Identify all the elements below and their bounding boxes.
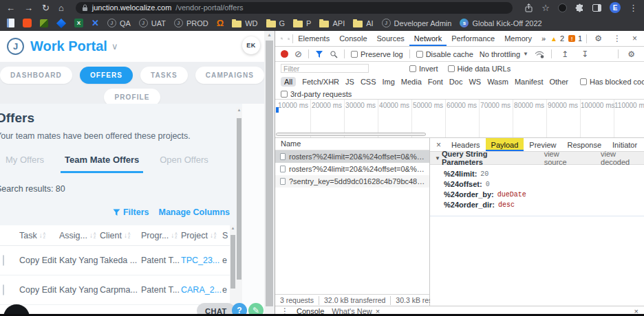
issues-badge[interactable]: !1	[568, 34, 582, 43]
blue-x-icon[interactable]: ✕	[92, 19, 99, 27]
bookmark-folder-ai[interactable]: AI	[353, 19, 373, 27]
devtools-menu-icon[interactable]: ⋮	[610, 34, 625, 43]
row-checkbox[interactable]	[3, 284, 4, 295]
checkbox-icon[interactable]	[448, 65, 455, 72]
throttling-select[interactable]: No throttling▼	[480, 50, 528, 58]
scroll-up-icon[interactable]: ▲	[236, 108, 242, 112]
view-decoded-link[interactable]: view decoded	[601, 150, 644, 166]
table-row[interactable]: Copy Edit Katy Yang Takeda ... Patent T.…	[0, 246, 242, 275]
orange-app-icon[interactable]	[23, 19, 32, 27]
scrollbar-thumb[interactable]	[266, 41, 273, 306]
bookmark-qa[interactable]: JQA	[107, 19, 131, 27]
checkbox-icon[interactable]	[351, 51, 358, 58]
chevron-down-icon[interactable]: ∨	[111, 41, 118, 52]
network-settings-gear-icon[interactable]: ⚙	[624, 50, 638, 58]
nav-dashboard[interactable]: DASHBOARD	[0, 67, 72, 84]
timeline-scrollbar[interactable]	[276, 133, 426, 136]
sort-icon[interactable]: ↓AZ	[39, 232, 45, 239]
disable-cache-checkbox[interactable]: Disable cache	[416, 50, 473, 58]
tab-open-offers[interactable]: Open Offers	[160, 155, 208, 173]
scrollbar-thumb[interactable]	[237, 118, 242, 280]
network-conditions-icon[interactable]	[535, 50, 545, 58]
bookmark-uat[interactable]: JUAT	[139, 19, 166, 27]
search-icon[interactable]	[330, 50, 338, 58]
nav-offers[interactable]: OFFERS	[80, 67, 133, 84]
chip-doc[interactable]: Doc	[449, 78, 463, 86]
record-icon[interactable]	[281, 50, 288, 58]
person-icon[interactable]: Ω	[217, 19, 224, 27]
warnings-badge[interactable]: ▲2	[550, 34, 564, 43]
excel-icon[interactable]: X	[74, 19, 83, 27]
sort-icon[interactable]: ↓AZ	[124, 232, 130, 239]
project-link[interactable]: TPC_23...	[181, 256, 222, 265]
back-icon[interactable]: ←	[6, 3, 15, 12]
extension-icon[interactable]	[558, 3, 567, 12]
checkbox-icon[interactable]	[580, 78, 587, 85]
document-icon[interactable]	[7, 19, 14, 27]
bookmark-folder-g[interactable]: G	[266, 19, 286, 27]
row-checkbox[interactable]	[3, 255, 4, 266]
manage-columns-link[interactable]: Manage Columns	[159, 207, 230, 217]
extensions-puzzle-icon[interactable]	[575, 3, 584, 12]
tab-my-offers[interactable]: My Offers	[6, 155, 44, 173]
chip-js[interactable]: JS	[345, 78, 354, 86]
chip-ws[interactable]: WS	[469, 78, 481, 86]
table-scrollbar[interactable]: ▲	[230, 225, 236, 315]
chip-manifest[interactable]: Manifest	[515, 78, 544, 86]
nav-campaigns[interactable]: CAMPAIGNS	[195, 67, 264, 84]
address-bar[interactable]: junction.welocalize.com/vendor-portal/of…	[76, 2, 513, 14]
bookmark-folder-p[interactable]: P	[293, 19, 311, 27]
tab-memory[interactable]: Memory	[500, 31, 537, 46]
close-detail-icon[interactable]: ×	[431, 140, 446, 150]
preserve-log-checkbox[interactable]: Preserve log	[351, 50, 403, 58]
profile-avatar[interactable]: E	[610, 2, 621, 13]
request-row[interactable]: ?sentry_key=5dd9dc01628c4b79bc48a3ac2e2f…	[275, 175, 429, 188]
chip-fetch-xhr[interactable]: Fetch/XHR	[302, 78, 339, 86]
filters-link[interactable]: Filters	[113, 207, 149, 217]
checkbox-icon[interactable]	[416, 51, 423, 58]
import-har-icon[interactable]: ↥	[558, 50, 572, 58]
invert-checkbox[interactable]: Invert	[409, 65, 438, 73]
more-tabs-icon[interactable]: »	[537, 31, 550, 46]
settings-gear-icon[interactable]: ⚙	[591, 34, 605, 43]
scroll-up-icon[interactable]: ▲	[230, 226, 236, 230]
bookmark-star-icon[interactable]: ☆	[541, 3, 550, 12]
panel-scrollbar[interactable]: ▲	[236, 107, 242, 315]
blocked-cookies-checkbox[interactable]: Has blocked cookies	[580, 78, 644, 86]
bookmark-global-kickoff[interactable]: sGlobal Kick-Off 2022	[460, 19, 541, 27]
refresh-icon[interactable]: ↻	[42, 3, 50, 12]
project-link[interactable]: CARA_2...	[181, 285, 222, 295]
side-panel-icon[interactable]	[592, 4, 601, 12]
chip-other[interactable]: Other	[549, 78, 568, 86]
name-column-header[interactable]: Name	[275, 138, 429, 150]
chip-font[interactable]: Font	[428, 78, 443, 86]
sort-icon[interactable]: ↓AZ	[89, 232, 96, 239]
tab-performance[interactable]: Performance	[447, 31, 500, 46]
tab-elements[interactable]: Elements	[293, 31, 334, 46]
tab-network[interactable]: Network	[409, 31, 447, 46]
clear-icon[interactable]: ⊘	[294, 49, 302, 58]
collapse-caret-icon[interactable]: ▼	[435, 155, 440, 161]
share-icon[interactable]	[524, 3, 533, 12]
scrollbar-thumb[interactable]	[230, 235, 235, 289]
bookmark-folder-api[interactable]: API	[319, 19, 345, 27]
checkbox-icon[interactable]	[281, 91, 288, 98]
tab-sources[interactable]: Sources	[372, 31, 409, 46]
jira-diamond-icon[interactable]	[56, 18, 66, 27]
tab-team-mate-offers[interactable]: Team Mate Offers	[61, 155, 143, 173]
bookmark-folder-wd[interactable]: WD	[232, 19, 257, 27]
filter-input[interactable]	[281, 64, 369, 73]
home-icon[interactable]: ⌂	[58, 3, 64, 12]
sort-icon[interactable]: ↓AZ	[210, 232, 216, 239]
chip-img[interactable]: Img	[383, 78, 395, 86]
browser-menu-icon[interactable]: ⋮	[629, 3, 638, 12]
nav-tasks[interactable]: TASKS	[140, 67, 188, 84]
chip-wasm[interactable]: Wasm	[487, 78, 508, 86]
filter-funnel-icon[interactable]	[315, 50, 323, 58]
sort-icon[interactable]: ↓AZ	[171, 232, 177, 239]
close-devtools-icon[interactable]: ×	[629, 34, 641, 43]
bookmark-developer-admin[interactable]: JDeveloper Admin	[382, 19, 452, 27]
checkbox-icon[interactable]	[409, 65, 416, 72]
user-avatar[interactable]: EK	[242, 36, 260, 54]
page-scrollbar[interactable]: ▲	[264, 31, 275, 316]
